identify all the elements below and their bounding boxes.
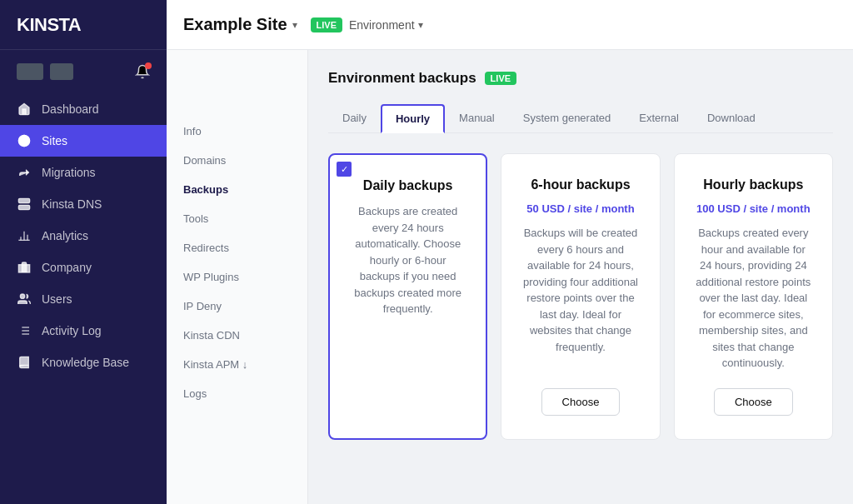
sidebar-item-company[interactable]: Company: [0, 252, 167, 283]
secondary-nav-kinsta-apm[interactable]: Kinsta APM ↓: [167, 350, 307, 379]
tab-hourly[interactable]: Hourly: [381, 104, 445, 133]
secondary-nav-wp-plugins[interactable]: WP Plugins: [167, 262, 307, 292]
notification-dot: [145, 62, 152, 69]
tab-external[interactable]: External: [625, 104, 693, 133]
building-icon: [17, 260, 32, 275]
card-hourly-title: Hourly backups: [703, 177, 803, 192]
card-6hour-choose-button[interactable]: Choose: [541, 388, 621, 416]
dns-icon: [17, 197, 32, 212]
sidebar-navigation: Dashboard Sites Migrati: [0, 87, 167, 504]
svg-rect-3: [18, 205, 29, 209]
avatar-box-2: [50, 63, 73, 80]
backup-tabs: Daily Hourly Manual System generated Ext…: [328, 103, 833, 133]
card-hourly-desc: Backups created every hour and available…: [695, 225, 812, 372]
tab-manual[interactable]: Manual: [445, 104, 509, 133]
sidebar-item-analytics[interactable]: Analytics: [0, 220, 167, 252]
sidebar-item-users[interactable]: Users: [0, 283, 167, 315]
secondary-nav-backups[interactable]: Backups: [167, 175, 307, 204]
sidebar-item-label: Knowledge Base: [42, 356, 129, 369]
tab-daily[interactable]: Daily: [328, 104, 381, 133]
sidebar-item-label: Analytics: [42, 229, 88, 242]
globe-icon: [17, 133, 32, 148]
tab-download[interactable]: Download: [693, 104, 770, 133]
analytics-icon: [17, 228, 32, 243]
section-live-badge: LIVE: [485, 72, 516, 85]
sidebar-item-sites[interactable]: Sites: [0, 125, 167, 157]
sidebar-item-label: Sites: [42, 134, 67, 147]
book-icon: [17, 355, 32, 370]
sidebar: KINSTA Dashboard: [0, 0, 167, 504]
section-title: Environment backups: [328, 70, 476, 87]
main-inner: Environment backups LIVE Daily Hourly Ma…: [308, 50, 853, 460]
user-avatar-area: [0, 57, 167, 87]
section-header: Environment backups LIVE: [328, 70, 833, 87]
home-icon: [17, 102, 32, 117]
sidebar-item-migrations[interactable]: Migrations: [0, 157, 167, 188]
secondary-nav-tools[interactable]: Tools: [167, 204, 307, 233]
app-layout: KINSTA Dashboard: [0, 0, 853, 504]
list-icon: [17, 323, 32, 338]
sidebar-item-label: Activity Log: [42, 324, 102, 337]
sidebar-logo: KINSTA: [0, 0, 167, 50]
sidebar-item-knowledge-base[interactable]: Knowledge Base: [0, 347, 167, 378]
logo-text: KINSTA: [17, 14, 81, 36]
notification-icon[interactable]: [135, 64, 150, 79]
svg-point-11: [20, 294, 24, 298]
secondary-nav-domains[interactable]: Domains: [167, 146, 307, 175]
tab-system-generated[interactable]: System generated: [509, 104, 626, 133]
topbar: Example Site ▾ LIVE Environment ▾: [167, 0, 853, 50]
secondary-nav-redirects[interactable]: Redirects: [167, 233, 307, 262]
sidebar-item-label: Kinsta DNS: [42, 197, 102, 211]
secondary-nav-ip-deny[interactable]: IP Deny: [167, 292, 307, 321]
card-daily-desc: Backups are created every 24 hours autom…: [350, 203, 466, 317]
sidebar-item-label: Users: [42, 292, 72, 306]
card-6hour-desc: Backups will be created every 6 hours an…: [521, 225, 639, 355]
secondary-nav-kinsta-cdn[interactable]: Kinsta CDN: [167, 321, 307, 350]
site-name: Example Site: [183, 15, 287, 34]
avatar-box-1: [17, 63, 43, 80]
svg-rect-2: [18, 198, 29, 202]
card-daily-title: Daily backups: [363, 178, 453, 193]
backup-cards: ✓ Daily backups Backups are created ever…: [328, 153, 833, 440]
sidebar-item-label: Dashboard: [42, 102, 99, 116]
sidebar-item-label: Migrations: [42, 166, 96, 179]
card-6hour: 6-hour backups 50 USD / site / month Bac…: [501, 153, 660, 440]
sidebar-item-kinsta-dns[interactable]: Kinsta DNS: [0, 188, 167, 220]
card-hourly-price: 100 USD / site / month: [696, 202, 811, 215]
live-badge: LIVE: [311, 17, 342, 32]
migrations-icon: [17, 165, 32, 180]
secondary-nav-info[interactable]: Info: [167, 117, 307, 146]
card-daily: ✓ Daily backups Backups are created ever…: [328, 153, 487, 440]
main-content: Environment backups LIVE Daily Hourly Ma…: [308, 50, 853, 504]
sidebar-item-label: Company: [42, 261, 92, 274]
secondary-nav-logs[interactable]: Logs: [167, 379, 307, 408]
secondary-sidebar: Info Domains Backups Tools Redirects WP …: [167, 50, 308, 504]
card-hourly-choose-button[interactable]: Choose: [714, 388, 793, 416]
site-chevron-icon[interactable]: ▾: [292, 19, 297, 31]
sidebar-item-dashboard[interactable]: Dashboard: [0, 93, 167, 125]
card-6hour-title: 6-hour backups: [531, 177, 630, 192]
users-icon: [17, 292, 32, 307]
environment-label: Environment: [349, 18, 415, 32]
card-checkmark: ✓: [337, 162, 352, 177]
environment-chevron-icon[interactable]: ▾: [418, 19, 423, 31]
sidebar-item-activity-log[interactable]: Activity Log: [0, 315, 167, 347]
card-6hour-price: 50 USD / site / month: [526, 202, 634, 215]
card-hourly: Hourly backups 100 USD / site / month Ba…: [674, 153, 833, 440]
